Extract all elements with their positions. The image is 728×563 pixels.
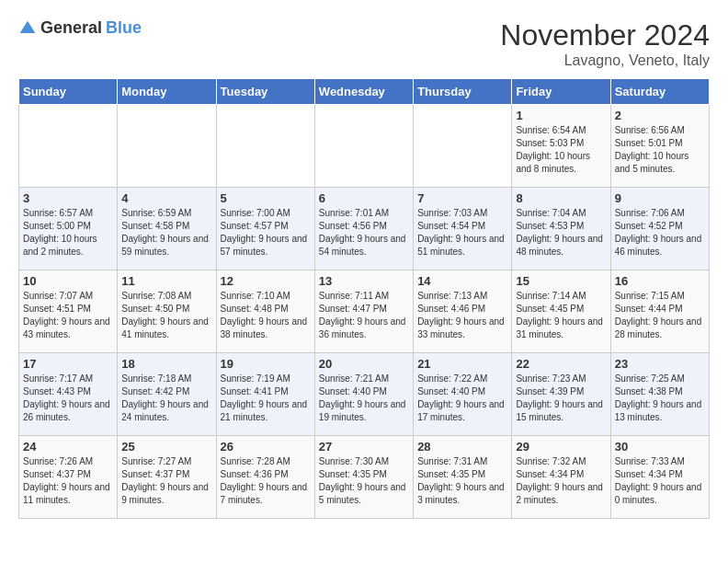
calendar-header: SundayMondayTuesdayWednesdayThursdayFrid… xyxy=(19,79,710,105)
day-header-monday: Monday xyxy=(118,79,216,105)
title-area: November 2024 Lavagno, Veneto, Italy xyxy=(500,18,710,69)
calendar-cell: 21Sunrise: 7:22 AMSunset: 4:40 PMDayligh… xyxy=(414,353,512,436)
day-number: 19 xyxy=(221,357,311,371)
calendar-cell: 1Sunrise: 6:54 AMSunset: 5:03 PMDaylight… xyxy=(512,105,610,188)
calendar-cell xyxy=(118,105,216,188)
calendar-cell: 25Sunrise: 7:27 AMSunset: 4:37 PMDayligh… xyxy=(118,436,216,519)
calendar-table: SundayMondayTuesdayWednesdayThursdayFrid… xyxy=(18,78,710,519)
day-number: 1 xyxy=(516,109,606,122)
calendar-cell: 24Sunrise: 7:26 AMSunset: 4:37 PMDayligh… xyxy=(19,436,118,519)
calendar-cell: 15Sunrise: 7:14 AMSunset: 4:45 PMDayligh… xyxy=(512,270,610,353)
calendar-cell: 6Sunrise: 7:01 AMSunset: 4:56 PMDaylight… xyxy=(314,188,413,270)
calendar-cell: 13Sunrise: 7:11 AMSunset: 4:47 PMDayligh… xyxy=(314,270,413,353)
calendar-body: 1Sunrise: 6:54 AMSunset: 5:03 PMDaylight… xyxy=(19,105,710,519)
day-number: 5 xyxy=(221,191,311,205)
day-number: 16 xyxy=(615,274,705,288)
day-number: 6 xyxy=(319,191,409,205)
calendar-cell: 14Sunrise: 7:13 AMSunset: 4:46 PMDayligh… xyxy=(414,270,512,353)
day-header-thursday: Thursday xyxy=(414,79,512,105)
day-info: Sunrise: 7:15 AMSunset: 4:44 PMDaylight:… xyxy=(615,290,705,341)
logo-blue: Blue xyxy=(106,18,142,38)
day-info: Sunrise: 7:07 AMSunset: 4:51 PMDaylight:… xyxy=(23,290,113,341)
day-info: Sunrise: 7:00 AMSunset: 4:57 PMDaylight:… xyxy=(221,207,311,259)
page-header: GeneralBlue November 2024 Lavagno, Venet… xyxy=(18,18,710,69)
day-info: Sunrise: 7:04 AMSunset: 4:53 PMDaylight:… xyxy=(516,207,606,259)
day-number: 25 xyxy=(121,440,211,454)
calendar-cell: 23Sunrise: 7:25 AMSunset: 4:38 PMDayligh… xyxy=(610,353,709,436)
day-number: 22 xyxy=(516,357,606,371)
calendar-cell: 30Sunrise: 7:33 AMSunset: 4:34 PMDayligh… xyxy=(610,436,709,519)
calendar-cell: 19Sunrise: 7:19 AMSunset: 4:41 PMDayligh… xyxy=(216,353,314,436)
day-number: 7 xyxy=(417,191,507,205)
day-number: 27 xyxy=(319,440,409,454)
calendar-cell: 16Sunrise: 7:15 AMSunset: 4:44 PMDayligh… xyxy=(610,270,709,353)
day-number: 18 xyxy=(121,357,211,371)
calendar-cell: 27Sunrise: 7:30 AMSunset: 4:35 PMDayligh… xyxy=(314,436,413,519)
calendar-cell: 18Sunrise: 7:18 AMSunset: 4:42 PMDayligh… xyxy=(118,353,216,436)
day-info: Sunrise: 7:17 AMSunset: 4:43 PMDaylight:… xyxy=(23,373,113,424)
day-header-sunday: Sunday xyxy=(19,79,118,105)
day-number: 12 xyxy=(221,274,311,288)
calendar-cell: 20Sunrise: 7:21 AMSunset: 4:40 PMDayligh… xyxy=(314,353,413,436)
logo-icon xyxy=(18,19,37,38)
day-info: Sunrise: 7:33 AMSunset: 4:34 PMDaylight:… xyxy=(615,455,705,507)
calendar-cell: 8Sunrise: 7:04 AMSunset: 4:53 PMDaylight… xyxy=(512,188,610,270)
day-number: 21 xyxy=(417,357,507,371)
svg-marker-0 xyxy=(20,20,36,32)
day-info: Sunrise: 7:30 AMSunset: 4:35 PMDaylight:… xyxy=(319,455,409,507)
day-number: 11 xyxy=(121,274,211,288)
calendar-cell: 2Sunrise: 6:56 AMSunset: 5:01 PMDaylight… xyxy=(610,105,709,188)
day-header-saturday: Saturday xyxy=(610,79,709,105)
day-number: 30 xyxy=(615,440,705,454)
day-info: Sunrise: 6:59 AMSunset: 4:58 PMDaylight:… xyxy=(121,207,211,259)
logo: GeneralBlue xyxy=(18,18,142,38)
calendar-cell xyxy=(19,105,118,188)
location-title: Lavagno, Veneto, Italy xyxy=(500,52,710,69)
day-number: 4 xyxy=(121,191,211,205)
day-info: Sunrise: 7:26 AMSunset: 4:37 PMDaylight:… xyxy=(23,455,113,507)
day-info: Sunrise: 7:10 AMSunset: 4:48 PMDaylight:… xyxy=(221,290,311,341)
logo-general: General xyxy=(40,18,102,38)
calendar-cell: 3Sunrise: 6:57 AMSunset: 5:00 PMDaylight… xyxy=(19,188,118,270)
calendar-cell: 26Sunrise: 7:28 AMSunset: 4:36 PMDayligh… xyxy=(216,436,314,519)
day-info: Sunrise: 7:13 AMSunset: 4:46 PMDaylight:… xyxy=(417,290,507,341)
calendar-cell: 7Sunrise: 7:03 AMSunset: 4:54 PMDaylight… xyxy=(414,188,512,270)
day-number: 8 xyxy=(516,191,606,205)
calendar-cell: 17Sunrise: 7:17 AMSunset: 4:43 PMDayligh… xyxy=(19,353,118,436)
calendar-cell xyxy=(414,105,512,188)
day-header-friday: Friday xyxy=(512,79,610,105)
day-info: Sunrise: 7:25 AMSunset: 4:38 PMDaylight:… xyxy=(615,373,705,424)
day-info: Sunrise: 7:28 AMSunset: 4:36 PMDaylight:… xyxy=(221,455,311,507)
day-number: 10 xyxy=(23,274,113,288)
day-info: Sunrise: 7:18 AMSunset: 4:42 PMDaylight:… xyxy=(121,373,211,424)
calendar-cell xyxy=(216,105,314,188)
day-info: Sunrise: 7:06 AMSunset: 4:52 PMDaylight:… xyxy=(615,207,705,259)
calendar-cell: 5Sunrise: 7:00 AMSunset: 4:57 PMDaylight… xyxy=(216,188,314,270)
day-number: 23 xyxy=(615,357,705,371)
day-info: Sunrise: 7:14 AMSunset: 4:45 PMDaylight:… xyxy=(516,290,606,341)
calendar-cell: 11Sunrise: 7:08 AMSunset: 4:50 PMDayligh… xyxy=(118,270,216,353)
day-number: 9 xyxy=(615,191,705,205)
calendar-cell: 4Sunrise: 6:59 AMSunset: 4:58 PMDaylight… xyxy=(118,188,216,270)
calendar-cell: 29Sunrise: 7:32 AMSunset: 4:34 PMDayligh… xyxy=(512,436,610,519)
calendar-cell: 28Sunrise: 7:31 AMSunset: 4:35 PMDayligh… xyxy=(414,436,512,519)
day-number: 3 xyxy=(23,191,113,205)
day-number: 28 xyxy=(417,440,507,454)
day-number: 29 xyxy=(516,440,606,454)
day-number: 13 xyxy=(319,274,409,288)
day-number: 24 xyxy=(23,440,113,454)
day-info: Sunrise: 6:56 AMSunset: 5:01 PMDaylight:… xyxy=(615,124,705,176)
day-number: 2 xyxy=(615,109,705,122)
day-info: Sunrise: 7:27 AMSunset: 4:37 PMDaylight:… xyxy=(121,455,211,507)
day-info: Sunrise: 7:22 AMSunset: 4:40 PMDaylight:… xyxy=(417,373,507,424)
day-info: Sunrise: 6:54 AMSunset: 5:03 PMDaylight:… xyxy=(516,124,606,176)
day-info: Sunrise: 7:11 AMSunset: 4:47 PMDaylight:… xyxy=(319,290,409,341)
day-info: Sunrise: 7:19 AMSunset: 4:41 PMDaylight:… xyxy=(221,373,311,424)
day-info: Sunrise: 7:03 AMSunset: 4:54 PMDaylight:… xyxy=(417,207,507,259)
day-info: Sunrise: 7:01 AMSunset: 4:56 PMDaylight:… xyxy=(319,207,409,259)
day-number: 15 xyxy=(516,274,606,288)
day-info: Sunrise: 6:57 AMSunset: 5:00 PMDaylight:… xyxy=(23,207,113,259)
calendar-cell: 9Sunrise: 7:06 AMSunset: 4:52 PMDaylight… xyxy=(610,188,709,270)
day-info: Sunrise: 7:31 AMSunset: 4:35 PMDaylight:… xyxy=(417,455,507,507)
calendar-cell: 10Sunrise: 7:07 AMSunset: 4:51 PMDayligh… xyxy=(19,270,118,353)
